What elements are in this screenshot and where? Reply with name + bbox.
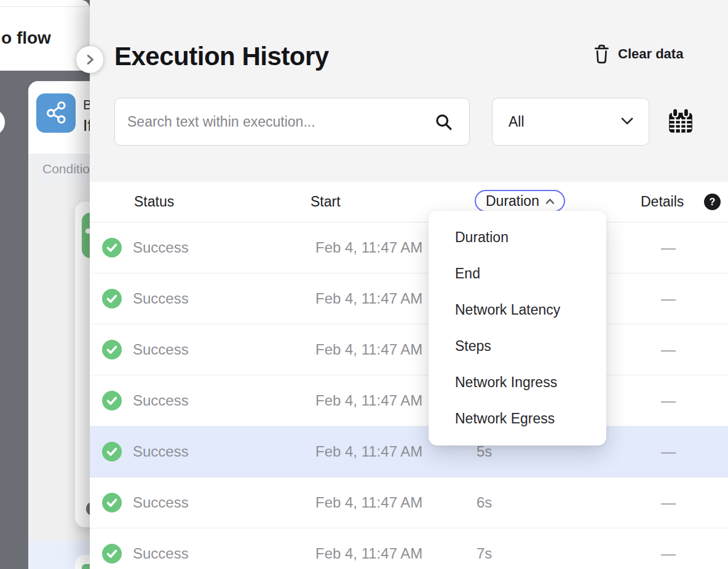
table-row[interactable]: Success Feb 4, 11:47 AM 7s — [90,528,728,569]
start-cell: Feb 4, 11:47 AM [315,528,422,569]
table-row[interactable]: Success Feb 4, 11:47 AM — [90,222,728,273]
column-header-status: Status [134,182,174,221]
executions-table: Status Start Duration Details ? Success … [90,182,728,569]
table-row-selected[interactable]: Success Feb 4, 11:47 AM 5s — [90,426,728,477]
start-cell: Feb 4, 11:47 AM [315,375,422,426]
status-cell: Success [133,222,189,273]
calendar-icon [667,107,695,135]
status-cell: Success [133,273,189,324]
success-icon [102,442,122,461]
status-cell: Success [133,324,189,375]
table-row[interactable]: Success Feb 4, 11:47 AM — [90,375,728,426]
table-row[interactable]: Success Feb 4, 11:47 AM 6s — [90,477,728,528]
sort-dropdown-menu: Duration End Network Latency Steps Netwo… [429,211,606,445]
execution-history-panel: Execution History Clear data All [90,0,728,569]
details-cell: — [661,324,676,375]
search-icon[interactable] [435,113,453,134]
branch-node-icon[interactable] [36,93,76,133]
success-icon [102,391,122,410]
status-filter-value: All [508,98,524,145]
start-cell: Feb 4, 11:47 AM [315,222,422,273]
status-cell: Success [133,375,189,426]
start-cell: Feb 4, 11:47 AM [315,324,422,375]
details-cell: — [661,273,676,324]
duration-cell: 7s [477,528,492,569]
menu-item-network-ingress[interactable]: Network Ingress [429,364,606,401]
status-filter-select[interactable]: All [492,98,649,146]
collapse-panel-button[interactable] [76,46,103,73]
success-icon [102,340,122,359]
menu-item-network-latency[interactable]: Network Latency [429,292,606,328]
column-header-details: Details [641,182,684,221]
help-icon[interactable]: ? [704,194,721,210]
details-cell: — [661,477,676,528]
duration-cell: 6s [477,477,492,528]
table-row[interactable]: Success Feb 4, 11:47 AM — [90,273,728,324]
status-cell: Success [133,528,189,569]
start-cell: Feb 4, 11:47 AM [315,477,422,528]
details-cell: — [661,375,676,426]
search-input[interactable] [127,98,435,145]
share-icon [42,100,69,127]
toolbar-divider [0,6,90,7]
chevron-down-icon [620,117,634,128]
page-title: Execution History [114,42,329,71]
menu-item-steps[interactable]: Steps [429,328,606,364]
menu-item-network-egress[interactable]: Network Egress [429,401,606,437]
date-range-button[interactable] [667,107,695,135]
status-cell: Success [133,477,189,528]
status-cell: Success [133,426,189,477]
details-cell: — [661,528,676,569]
success-icon [102,289,122,308]
table-header-row: Status Start Duration Details ? [90,182,728,222]
column-header-start: Start [311,182,341,221]
details-cell: — [661,426,676,477]
success-icon [102,238,122,257]
success-icon [102,493,122,512]
success-icon [102,544,122,563]
chevron-up-icon [545,198,555,205]
start-cell: Feb 4, 11:47 AM [315,426,422,477]
trash-icon [593,44,611,64]
menu-item-duration[interactable]: Duration [429,219,606,256]
menu-item-end[interactable]: End [429,256,606,292]
duration-sort-label: Duration [486,191,539,211]
clear-data-button[interactable]: Clear data [593,44,683,64]
column-header-duration-sort[interactable]: Duration [475,190,565,212]
search-box [114,98,470,146]
flow-breadcrumb[interactable]: o flow [1,28,51,48]
start-cell: Feb 4, 11:47 AM [315,273,422,324]
chevron-right-icon [83,53,97,66]
clear-data-label: Clear data [618,46,683,62]
table-row[interactable]: Success Feb 4, 11:47 AM — [90,324,728,375]
details-cell: — [661,222,676,273]
